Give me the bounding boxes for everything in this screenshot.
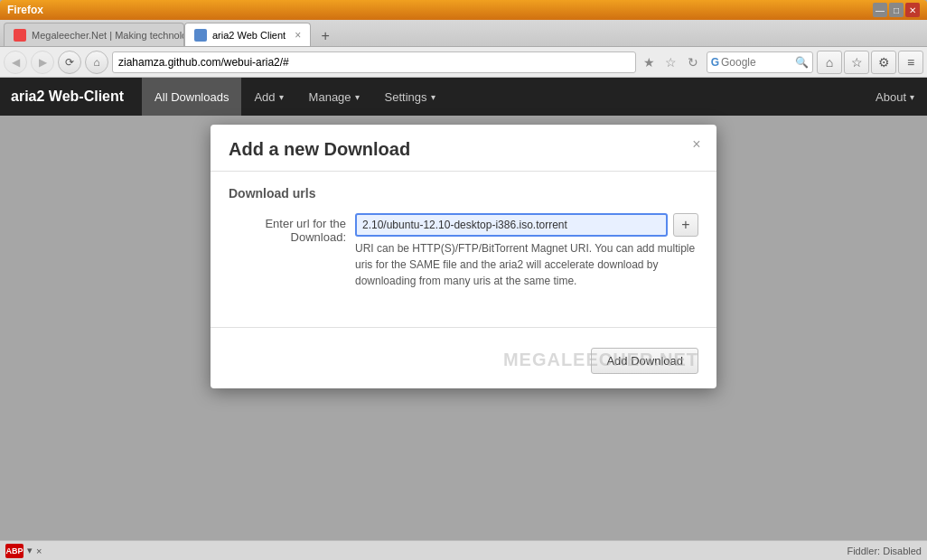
tab-label-1: Megaleecher.Net | Making technolog... — [32, 30, 184, 41]
search-engine-icon: G — [711, 56, 719, 69]
nav-settings[interactable]: Settings ▾ — [372, 78, 448, 116]
modal-overlay: Add a new Download × Download urls Enter… — [0, 116, 927, 540]
app-navbar: aria2 Web-Client All Downloads Add ▾ Man… — [0, 78, 927, 116]
search-box[interactable]: G 🔍 — [707, 51, 813, 73]
maximize-button[interactable]: □ — [889, 3, 904, 17]
titlebar: Firefox — □ ✕ — [0, 0, 927, 20]
new-tab-button[interactable]: + — [314, 26, 336, 46]
tab-favicon-2 — [194, 29, 207, 42]
nav-settings-arrow: ▾ — [431, 92, 435, 102]
bookmarks-btn[interactable]: ☆ — [844, 51, 869, 74]
close-button[interactable]: ✕ — [905, 3, 920, 17]
nav-about[interactable]: About ▾ — [863, 78, 927, 116]
fiddler-status: Fiddler: Disabled — [847, 546, 922, 556]
form-control-group: + — [355, 213, 698, 237]
nav-all-downloads-label: All Downloads — [154, 90, 229, 104]
nav-about-arrow: ▾ — [910, 92, 914, 102]
main-content: Currently no downloads nloadbutton to st… — [0, 116, 927, 540]
nav-add-arrow: ▾ — [279, 92, 284, 102]
home-button[interactable]: ⌂ — [85, 51, 108, 74]
status-right: Fiddler: Disabled — [847, 546, 922, 556]
nav-manage-arrow: ▾ — [355, 92, 360, 102]
forward-button[interactable]: ▶ — [31, 51, 54, 74]
bookmark-list-icon[interactable]: ☆ — [661, 52, 681, 72]
tab-megaleecher[interactable]: Megaleecher.Net | Making technolog... × — [4, 23, 184, 46]
tab-bar: Megaleecher.Net | Making technolog... × … — [0, 20, 927, 47]
url-icons: ★ ☆ ↻ — [640, 52, 703, 72]
url-download-input[interactable] — [355, 213, 668, 237]
abp-dropdown[interactable]: ▾ — [27, 545, 33, 556]
window-controls: — □ ✕ — [873, 3, 920, 17]
tab-close-2[interactable]: × — [295, 29, 301, 42]
nav-manage-label: Manage — [309, 90, 351, 104]
watermark: MEGALEECHER.NET — [503, 350, 698, 370]
refresh-button[interactable]: ⟳ — [58, 51, 81, 74]
url-input[interactable] — [112, 51, 636, 73]
status-bar: ABP ▾ × Fiddler: Disabled — [0, 540, 927, 560]
nav-manage[interactable]: Manage ▾ — [296, 78, 372, 116]
search-input[interactable] — [721, 56, 793, 69]
extensions-btn[interactable]: ⚙ — [871, 51, 896, 74]
nav-add-label: Add — [254, 90, 275, 104]
app-brand: aria2 Web-Client — [11, 89, 124, 105]
nav-settings-label: Settings — [385, 90, 427, 104]
form-row: Enter url for the Download: + URI can be… — [229, 213, 698, 289]
form-control-area: + URI can be HTTP(S)/FTP/BitTorrent Magn… — [355, 213, 698, 289]
tab-aria2[interactable]: aria2 Web Client × — [184, 23, 311, 46]
nav-all-downloads[interactable]: All Downloads — [142, 78, 241, 116]
browser-title: Firefox — [7, 4, 43, 16]
reload-icon[interactable]: ↻ — [683, 52, 703, 72]
tab-favicon-1 — [14, 29, 26, 42]
menu-btn[interactable]: ≡ — [898, 51, 923, 74]
section-title: Download urls — [229, 186, 698, 201]
nav-about-label: About — [876, 90, 906, 104]
modal-title: Add a new Download — [229, 139, 410, 159]
minimize-button[interactable]: — — [873, 3, 887, 17]
abp-badge[interactable]: ABP — [5, 544, 23, 558]
url-bar: ◀ ▶ ⟳ ⌂ ★ ☆ ↻ G 🔍 ⌂ ☆ ⚙ ≡ — [0, 47, 927, 78]
modal-body: Download urls Enter url for the Download… — [211, 172, 716, 313]
add-url-button[interactable]: + — [673, 213, 698, 237]
form-label: Enter url for the Download: — [229, 213, 355, 244]
nav-add[interactable]: Add ▾ — [241, 78, 295, 116]
status-close[interactable]: × — [36, 546, 42, 556]
status-left: ABP ▾ × — [5, 544, 42, 558]
modal-divider — [211, 327, 716, 328]
toolbar-group: ⌂ ☆ ⚙ ≡ — [817, 51, 923, 74]
back-button[interactable]: ◀ — [4, 51, 27, 74]
home-toolbar-btn[interactable]: ⌂ — [817, 51, 842, 74]
browser-window: Firefox — □ ✕ Megaleecher.Net | Making t… — [0, 0, 927, 560]
modal: Add a new Download × Download urls Enter… — [211, 125, 716, 388]
search-submit-icon[interactable]: 🔍 — [795, 56, 809, 69]
tab-label-2: aria2 Web Client — [212, 30, 286, 41]
modal-header: Add a new Download × — [211, 125, 716, 172]
modal-close-button[interactable]: × — [688, 135, 706, 154]
bookmark-icon[interactable]: ★ — [640, 52, 660, 72]
help-text: URI can be HTTP(S)/FTP/BitTorrent Magnet… — [355, 240, 698, 289]
